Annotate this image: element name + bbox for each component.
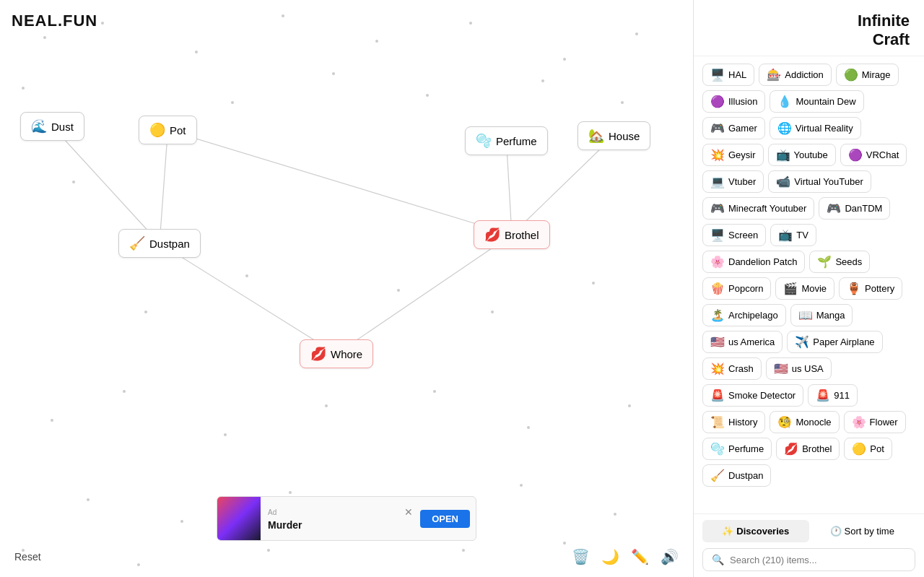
item-chip-8[interactable]: 📺Youtube — [768, 144, 836, 166]
search-input[interactable] — [730, 555, 906, 565]
item-chip-17[interactable]: 🌱Seeds — [809, 251, 870, 273]
background-dot — [51, 419, 53, 422]
chip-emoji-3: 🟣 — [710, 95, 725, 108]
chip-emoji-25: 💥 — [710, 362, 725, 376]
sidebar-tabs: ✨ Discoveries 🕐 Sort by time — [702, 520, 915, 542]
node-pot[interactable]: 🟡Pot — [139, 116, 197, 144]
moon-icon[interactable]: 🌙 — [601, 548, 619, 565]
chip-emoji-8: 📺 — [776, 148, 790, 162]
chip-label-16: Dandelion Patch — [728, 256, 797, 267]
item-chip-20[interactable]: 🏺Pottery — [839, 277, 902, 300]
node-brothel[interactable]: 💋Brothel — [474, 220, 550, 249]
node-whore[interactable]: 💋Whore — [300, 339, 373, 368]
item-chip-30[interactable]: 🧐Monocle — [770, 411, 839, 433]
chip-label-15: TV — [796, 230, 808, 240]
node-dust[interactable]: 🌊Dust — [20, 112, 84, 141]
chip-label-0: HAL — [728, 69, 746, 80]
connection-lines — [0, 0, 693, 577]
item-chip-25[interactable]: 💥Crash — [702, 357, 762, 380]
node-perfume[interactable]: 🫧Perfume — [465, 126, 548, 155]
item-chip-34[interactable]: 🟡Pot — [844, 438, 892, 460]
item-chip-1[interactable]: 🎰Addiction — [759, 64, 831, 86]
item-chip-2[interactable]: 🟢Mirage — [836, 64, 899, 86]
item-chip-32[interactable]: 🫧Perfume — [702, 438, 772, 460]
node-house[interactable]: 🏡House — [578, 121, 650, 150]
item-chip-3[interactable]: 🟣Illusion — [702, 90, 765, 113]
item-chip-21[interactable]: 🏝️Archipelago — [702, 304, 786, 326]
chip-emoji-9: 🟣 — [848, 148, 863, 162]
logo: NEAL.FUN — [12, 12, 97, 30]
item-chip-9[interactable]: 🟣VRChat — [840, 144, 907, 166]
item-chip-14[interactable]: 🖥️Screen — [702, 224, 766, 246]
chip-emoji-29: 📜 — [710, 415, 725, 429]
item-chip-12[interactable]: 🎮Minecraft Youtuber — [702, 197, 814, 220]
item-chip-16[interactable]: 🌸Dandelion Patch — [702, 251, 805, 273]
chip-label-5: Gamer — [728, 123, 757, 134]
chip-label-2: Mirage — [862, 69, 891, 80]
chip-label-28: 911 — [834, 390, 850, 401]
ad-title: Murder — [268, 519, 413, 531]
item-chip-24[interactable]: ✈️Paper Airplane — [787, 331, 882, 353]
item-chip-15[interactable]: 📺TV — [770, 224, 816, 246]
chip-label-30: Monocle — [796, 417, 831, 428]
node-emoji-perfume: 🫧 — [476, 133, 492, 149]
chip-label-3: Illusion — [728, 96, 757, 107]
item-chip-33[interactable]: 💋Brothel — [776, 438, 840, 460]
chip-emoji-13: 🎮 — [827, 201, 841, 215]
item-chip-28[interactable]: 🚨911 — [808, 384, 858, 407]
sort-label: Sort by time — [845, 526, 894, 537]
chip-label-34: Pot — [870, 443, 884, 454]
chip-emoji-17: 🌱 — [817, 255, 832, 269]
background-dot — [224, 433, 227, 436]
item-chip-27[interactable]: 🚨Smoke Detector — [702, 384, 803, 407]
item-chip-18[interactable]: 🍿Popcorn — [702, 277, 771, 300]
svg-line-2 — [168, 130, 513, 235]
item-chip-4[interactable]: 💧Mountain Dew — [770, 90, 863, 113]
item-chip-26[interactable]: 🇺🇸us USA — [766, 357, 832, 380]
item-chip-10[interactable]: 💻Vtuber — [702, 170, 764, 193]
node-label-dustpan: Dustpan — [149, 238, 190, 250]
chip-label-19: Movie — [801, 283, 827, 294]
item-chip-6[interactable]: 🌐Virtual Reality — [770, 117, 861, 139]
node-label-house: House — [609, 130, 640, 142]
node-dustpan[interactable]: 🧹Dustpan — [118, 229, 201, 258]
reset-button[interactable]: Reset — [14, 551, 41, 563]
delete-icon[interactable]: 🗑️ — [572, 548, 590, 565]
chip-emoji-5: 🎮 — [710, 121, 725, 135]
node-label-brothel: Brothel — [505, 229, 539, 241]
item-chip-29[interactable]: 📜History — [702, 411, 765, 433]
background-dot — [621, 101, 624, 104]
sound-icon[interactable]: 🔊 — [661, 548, 679, 565]
background-dot — [123, 390, 126, 393]
chip-label-20: Pottery — [865, 283, 894, 294]
chip-emoji-10: 💻 — [710, 175, 725, 188]
item-chip-5[interactable]: 🎮Gamer — [702, 117, 765, 139]
item-chip-11[interactable]: 📹Virtual YouTuber — [768, 170, 871, 193]
item-chip-31[interactable]: 🌸Flower — [844, 411, 906, 433]
node-emoji-dust: 🌊 — [31, 118, 47, 134]
chip-label-35: Dustpan — [728, 470, 763, 481]
background-dot — [563, 542, 566, 545]
item-chip-19[interactable]: 🎬Movie — [775, 277, 834, 300]
item-chip-35[interactable]: 🧹Dustpan — [702, 464, 771, 487]
item-chip-13[interactable]: 🎮DanTDM — [819, 197, 890, 220]
item-chip-23[interactable]: 🇺🇸us America — [702, 331, 783, 353]
search-icon: 🔍 — [712, 554, 724, 565]
tab-sort[interactable]: 🕐 Sort by time — [809, 520, 916, 542]
chip-label-8: Youtube — [794, 149, 828, 160]
item-chip-22[interactable]: 📖Manga — [790, 304, 853, 326]
item-chip-0[interactable]: 🖥️HAL — [702, 64, 754, 86]
ad-close-button[interactable]: ✕ — [404, 506, 413, 518]
ad-open-button[interactable]: OPEN — [420, 510, 470, 528]
brush-icon[interactable]: ✏️ — [631, 548, 649, 565]
background-dot — [541, 79, 544, 82]
chip-label-4: Mountain Dew — [796, 96, 855, 107]
chip-label-17: Seeds — [835, 256, 862, 267]
tab-discoveries[interactable]: ✨ Discoveries — [702, 520, 809, 542]
svg-line-5 — [336, 235, 512, 354]
chip-emoji-14: 🖥️ — [710, 228, 725, 242]
item-chip-7[interactable]: 💥Geysir — [702, 144, 764, 166]
chip-label-11: Virtual YouTuber — [794, 176, 863, 187]
chip-emoji-21: 🏝️ — [710, 308, 725, 322]
canvas-area[interactable]: NEAL.FUN 🌊Dust🟡Pot🧹Dustpan🫧Perfume🏡House… — [0, 0, 693, 577]
